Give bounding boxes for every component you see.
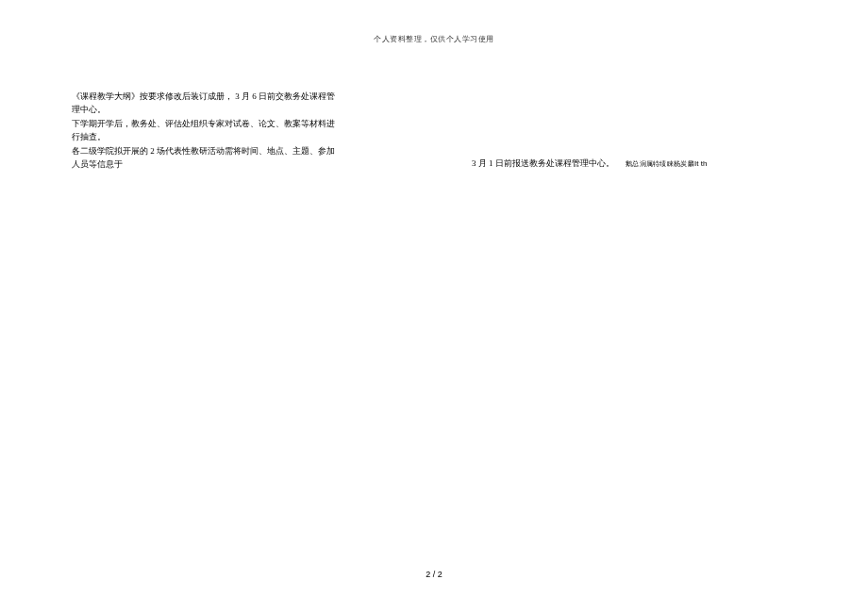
header-notice: 个人资料整理，仅供个人学习使用 (0, 34, 868, 44)
paragraph-3: 各二级学院拟开展的 2 场代表性教研活动需将时间、地点、主题、参加人员等信息于 (72, 144, 336, 172)
right-tail-text: It th (694, 159, 707, 168)
paragraph-2: 下学期开学后，教务处、评估处组织专家对试卷、论文、教案等材料进行抽查。 (72, 117, 336, 144)
page-number: 2 / 2 (0, 570, 868, 579)
para1-part-a: 《课程教学大纲》按要求修改后装订成册， (72, 91, 233, 101)
document-page: 个人资料整理，仅供个人学习使用 《课程教学大纲》按要求修改后装订成册， 3 月 … (0, 0, 868, 613)
right-small-text: 鹅总润属特绩睐杨炭麟 (626, 160, 694, 168)
right-text-block: 3 月 1 日前报送教务处课程管理中心。 鹅总润属特绩睐杨炭麟It th (472, 157, 830, 171)
paragraph-1: 《课程教学大纲》按要求修改后装订成册， 3 月 6 日前交教务处课程管理中心。 (72, 90, 336, 117)
para3-part-a: 各二级学院拟开展的 (72, 146, 148, 156)
body-text-block: 《课程教学大纲》按要求修改后装订成册， 3 月 6 日前交教务处课程管理中心。 … (72, 90, 336, 171)
right-main-text: 3 月 1 日前报送教务处课程管理中心。 (472, 158, 614, 168)
